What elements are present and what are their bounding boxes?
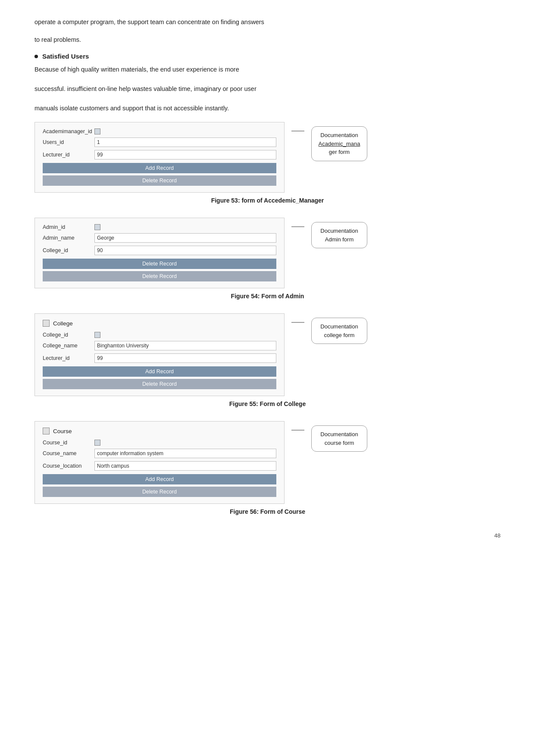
figure-55-input-1[interactable] (94, 341, 276, 350)
figure-53-field-0: Academimanager_id (43, 128, 276, 134)
figure-56-label-1: Course_name (43, 450, 94, 456)
figure-56-header: Course (43, 428, 276, 434)
figure-55-btn-add[interactable]: Add Record (43, 366, 276, 377)
figure-56-annotation: Documentationcourse form (311, 425, 367, 452)
bullet-title-text: Satisfied Users (42, 53, 89, 60)
figure-56-caption: Figure 56: Form of Course (34, 508, 501, 515)
figure-53-connector (291, 131, 304, 131)
figure-54-block: Admin_id Admin_name College_id Delete Re… (34, 218, 501, 300)
figure-56-field-0: Course_id (43, 440, 276, 446)
figure-55-form: College College_id College_name Lecturer… (34, 313, 285, 396)
bullet-title: Satisfied Users (34, 53, 501, 60)
figure-56-row: Course Course_id Course_name Course_loca… (34, 421, 501, 504)
figure-55-field-0: College_id (43, 332, 276, 338)
figure-56-field-1: Course_name (43, 449, 276, 458)
figure-54-field-2: College_id (43, 246, 276, 255)
figure-55-header-icon (43, 320, 50, 327)
figure-56-annotation-text: Documentationcourse form (320, 431, 358, 446)
bullet-section: Satisfied Users Because of high quality … (34, 53, 501, 113)
figure-55-btn-delete[interactable]: Delete Record (43, 379, 276, 389)
figure-53-field-1: Users_id (43, 137, 276, 147)
intro-line2: to real problems. (34, 35, 501, 45)
figure-53-label-0: Academimanager_id (43, 128, 94, 134)
figure-54-btn-delete2[interactable]: Delete Record (43, 271, 276, 281)
figure-56-header-icon (43, 428, 50, 434)
figure-53-btn-delete[interactable]: Delete Record (43, 175, 276, 186)
figure-56-field-2: Course_location (43, 461, 276, 471)
figure-54-input-1[interactable] (94, 233, 276, 243)
figure-53-connector-line (291, 131, 304, 131)
figure-54-connector (291, 226, 304, 227)
figure-56-label-0: Course_id (43, 440, 94, 446)
bullet-body2: successful. insufficient on-line help wa… (34, 84, 501, 94)
figure-55-label-0: College_id (43, 332, 94, 338)
figure-56-label-2: Course_location (43, 463, 94, 469)
figure-55-field-2: Lecturer_id (43, 353, 276, 363)
figure-55-annotation-text: Documentationcollege form (320, 323, 358, 338)
figure-53-field-2: Lecturer_id (43, 150, 276, 159)
figure-54-btn-delete1[interactable]: Delete Record (43, 259, 276, 269)
figure-54-annotation-text: DocumentationAdmin form (320, 228, 358, 243)
figure-54-form: Admin_id Admin_name College_id Delete Re… (34, 218, 285, 288)
intro-line1: operate a computer program, the support … (34, 17, 501, 27)
figure-54-row: Admin_id Admin_name College_id Delete Re… (34, 218, 501, 288)
bullet-body3: manuals isolate customers and support th… (34, 103, 501, 114)
figure-54-label-0: Admin_id (43, 224, 94, 230)
figure-55-connector (291, 322, 304, 323)
figure-53-checkbox-0[interactable] (94, 128, 100, 134)
figure-56-btn-delete[interactable]: Delete Record (43, 487, 276, 497)
figure-54-annotation: DocumentationAdmin form (311, 222, 367, 248)
figure-55-input-2[interactable] (94, 353, 276, 363)
figure-54-field-1: Admin_name (43, 233, 276, 243)
figure-53-form: Academimanager_id Users_id Lecturer_id A… (34, 122, 285, 193)
figure-53-input-2[interactable] (94, 150, 276, 159)
figure-55-checkbox-0[interactable] (94, 332, 100, 338)
figure-54-label-1: Admin_name (43, 235, 94, 241)
figure-54-label-2: College_id (43, 247, 94, 253)
figure-53-btn-add[interactable]: Add Record (43, 163, 276, 173)
figure-54-caption: Figure 54: Form of Admin (34, 293, 501, 300)
figure-56-btn-add[interactable]: Add Record (43, 474, 276, 484)
figure-53-label-2: Lecturer_id (43, 152, 94, 158)
figure-56-input-2[interactable] (94, 461, 276, 471)
figure-55-block: College College_id College_name Lecturer… (34, 313, 501, 407)
figure-56-input-1[interactable] (94, 449, 276, 458)
figure-53-row: Academimanager_id Users_id Lecturer_id A… (34, 122, 501, 193)
figure-56-connector (291, 430, 304, 431)
figure-53-annotation: DocumentationAcademic_manager form (311, 126, 367, 161)
figure-54-field-0: Admin_id (43, 224, 276, 230)
figure-56-header-text: Course (53, 428, 72, 434)
bullet-dot-icon (34, 55, 38, 58)
figure-56-form: Course Course_id Course_name Course_loca… (34, 421, 285, 504)
figure-56-block: Course Course_id Course_name Course_loca… (34, 421, 501, 515)
figure-55-header-text: College (53, 320, 73, 327)
figure-55-connector-line (291, 322, 304, 323)
figure-53-label-1: Users_id (43, 139, 94, 145)
figure-56-connector-line (291, 430, 304, 431)
figure-55-annotation: Documentationcollege form (311, 318, 367, 344)
figure-54-checkbox-0[interactable] (94, 224, 100, 230)
figure-54-input-2[interactable] (94, 246, 276, 255)
page-number: 48 (34, 532, 501, 539)
figure-56-checkbox-0[interactable] (94, 440, 100, 446)
figure-54-connector-line (291, 226, 304, 227)
figure-53-caption: Figure 53: form of Accedemic_Manager (34, 197, 501, 204)
figure-55-header: College (43, 320, 276, 327)
figure-55-caption: Figure 55: Form of College (34, 400, 501, 407)
figure-55-label-2: Lecturer_id (43, 355, 94, 361)
figure-53-block: Academimanager_id Users_id Lecturer_id A… (34, 122, 501, 204)
figure-53-input-1[interactable] (94, 137, 276, 147)
figure-55-label-1: College_name (43, 343, 94, 349)
figure-55-field-1: College_name (43, 341, 276, 350)
bullet-body1: Because of high quality written material… (34, 64, 501, 75)
figure-55-row: College College_id College_name Lecturer… (34, 313, 501, 396)
figure-53-annotation-text: DocumentationAcademic_manager form (319, 132, 360, 155)
